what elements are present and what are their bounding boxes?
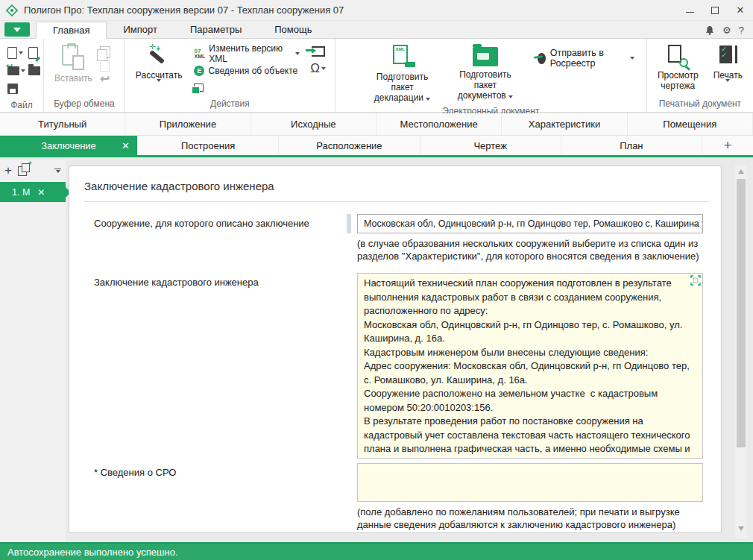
conclusion-label: Заключение кадастрового инженера: [84, 273, 347, 459]
add-object-button[interactable]: +: [4, 165, 12, 177]
save-button[interactable]: [7, 84, 25, 94]
save-as-button[interactable]: [28, 47, 40, 59]
special-symbols-button[interactable]: Ω: [310, 61, 326, 76]
minimize-button[interactable]: [677, 0, 702, 20]
print-button[interactable]: ✓✓ Печать: [708, 43, 749, 97]
expand-field-icon[interactable]: [690, 274, 702, 286]
drawing-preview-button[interactable]: Просмотр чертежа: [652, 43, 705, 97]
prepare-documents-label: Подготовить пакет документов: [458, 69, 511, 101]
tab-chertezh[interactable]: Чертеж: [420, 136, 561, 155]
structure-select[interactable]: Московская обл, Одинцовский р-н, гп Один…: [357, 214, 703, 233]
paste-clipboard-icon: [62, 45, 84, 70]
tab-raspolozhenie[interactable]: Расположение: [279, 136, 420, 155]
prepare-declaration-label: Подготовить пакет декларации: [374, 72, 429, 103]
workspace: + 1. М ✕ Заключение кадастрового инженер…: [0, 160, 753, 542]
object-item-close-icon[interactable]: ✕: [37, 187, 45, 198]
panel-menu-icon[interactable]: [54, 169, 61, 174]
status-message: Автосохранение выполнено успешно.: [7, 547, 178, 558]
edit-document-icon: [28, 47, 38, 59]
ribbon-group-edoc: Подготовить пакет декларации Подготовить…: [335, 39, 646, 112]
status-bar: Автосохранение выполнено успешно.: [0, 542, 753, 560]
paste-label: Вставить: [54, 73, 92, 84]
undo-icon[interactable]: ↩: [100, 74, 110, 84]
form-card: Заключение кадастрового инженера Сооруже…: [69, 166, 722, 533]
settings-gear-icon[interactable]: ⚙: [722, 25, 731, 36]
object-info-icon: E: [194, 66, 204, 76]
scroll-down-icon[interactable]: [738, 526, 744, 531]
object-list-sidebar: + 1. М ✕: [0, 160, 66, 542]
change-xml-version-label: Изменить версию XML: [209, 43, 292, 64]
calculate-button[interactable]: ✛+ Рассчитать: [130, 43, 189, 97]
menu-tab-import[interactable]: Импорт: [107, 21, 173, 38]
menu-tab-pomosch[interactable]: Помощь: [258, 21, 328, 38]
printdoc-group-label: Печатный документ: [647, 97, 753, 112]
tab-zaklyuchenie-label: Заключение: [41, 140, 96, 151]
tab-titulnyj[interactable]: Титульный: [0, 113, 125, 135]
prepare-declaration-package-button[interactable]: Подготовить пакет декларации: [361, 43, 444, 104]
maximize-button[interactable]: [702, 0, 728, 20]
tab-iskhodnye[interactable]: Исходные: [251, 113, 376, 135]
send-to-rosreestr-button[interactable]: Отправить в Росреестр: [527, 43, 642, 69]
application-window: Полигон Про: Техплан сооружения версии 0…: [0, 0, 753, 560]
export-icon[interactable]: [312, 46, 325, 57]
app-menu-button[interactable]: [4, 22, 30, 37]
file-group-label: Файл: [0, 98, 43, 112]
documents-folder-icon: [473, 47, 498, 66]
tab-pomeshcheniya[interactable]: Помещения: [628, 113, 753, 135]
section-tabs-row-2: Заключение ✕ Построения Расположение Чер…: [0, 136, 753, 157]
tab-prilozhenie[interactable]: Приложение: [125, 113, 251, 135]
object-info-button[interactable]: E Сведения об объекте: [194, 63, 300, 78]
add-tab-button[interactable]: +: [702, 136, 753, 155]
paste-button[interactable]: Вставить: [48, 43, 98, 97]
tab-kharakteristiki[interactable]: Характеристики: [502, 113, 627, 135]
tab-zaklyuchenie-active[interactable]: Заключение ✕: [0, 136, 138, 155]
change-xml-version-button[interactable]: 07XML Изменить версию XML: [194, 46, 300, 60]
prepare-documents-package-button[interactable]: Подготовить пакет документов: [444, 43, 526, 102]
help-icon[interactable]: ?: [739, 25, 744, 36]
copy-format-icon[interactable]: [100, 60, 110, 72]
menu-tab-parametry[interactable]: Параметры: [174, 21, 258, 38]
scrollbar-thumb[interactable]: [737, 179, 746, 447]
dropdown-arrow-icon: [157, 82, 161, 92]
folder-icon: [28, 66, 40, 75]
copy-icon[interactable]: [100, 46, 110, 58]
dropdown-arrow-icon: [426, 98, 430, 101]
app-logo-icon: [6, 4, 18, 16]
conclusion-textarea[interactable]: Настоящий технический план сооружения по…: [357, 273, 703, 459]
menu-tab-glavnaya[interactable]: Главная: [36, 22, 107, 39]
tab-plan[interactable]: План: [561, 136, 702, 155]
dropdown-arrow-icon: [321, 67, 326, 70]
section-tabs-row-1: Титульный Приложение Исходные Местополож…: [0, 113, 753, 136]
menu-bar: Главная Импорт Параметры Помощь ⚙ ?: [0, 21, 753, 38]
sro-textarea[interactable]: [357, 463, 703, 502]
rosreestr-send-icon: [538, 53, 546, 64]
sro-label: * Сведения о СРО: [84, 463, 347, 531]
ribbon-group-printdoc: Просмотр чертежа ✓✓ Печать Печатный доку…: [646, 39, 753, 112]
tab-close-icon[interactable]: ✕: [122, 140, 130, 151]
send-to-rosreestr-label: Отправить в Росреестр: [550, 48, 626, 69]
maximize-icon: [711, 7, 719, 14]
open-button[interactable]: [7, 66, 25, 75]
tab-mestopolozhenie[interactable]: Местоположение: [376, 113, 502, 135]
duplicate-object-icon[interactable]: [18, 166, 27, 176]
new-document-button[interactable]: [7, 47, 25, 59]
tab-postroeniya[interactable]: Построения: [138, 136, 279, 155]
drawing-preview-icon: [668, 45, 687, 67]
sro-hint: (поле добавлено по пожеланиям пользовате…: [357, 506, 703, 531]
ribbon-group-actions: ✛+ Рассчитать 07XML Изменить версию XML …: [125, 39, 335, 112]
structure-select-label: Сооружение, для которого описано заключе…: [84, 214, 347, 262]
browse-folder-button[interactable]: [28, 66, 40, 75]
title-bar: Полигон Про: Техплан сооружения версии 0…: [0, 0, 753, 21]
window-title: Полигон Про: Техплан сооружения версии 0…: [24, 4, 344, 16]
object-list-item-1[interactable]: 1. М ✕: [0, 182, 66, 202]
scroll-up-icon[interactable]: [738, 169, 744, 174]
vertical-scrollbar[interactable]: [735, 166, 747, 538]
close-button[interactable]: ✕: [728, 0, 753, 20]
dropdown-arrow-icon: [725, 82, 730, 92]
ribbon: Файл Вставить ↩ Буфер обмена ✛+ Р: [0, 38, 753, 113]
dropdown-arrow-icon: [508, 95, 513, 98]
close-icon: ✕: [737, 4, 745, 16]
dropdown-arrow-icon: [630, 57, 634, 60]
bell-icon[interactable]: [705, 25, 715, 36]
group-objects-button[interactable]: [194, 81, 300, 95]
